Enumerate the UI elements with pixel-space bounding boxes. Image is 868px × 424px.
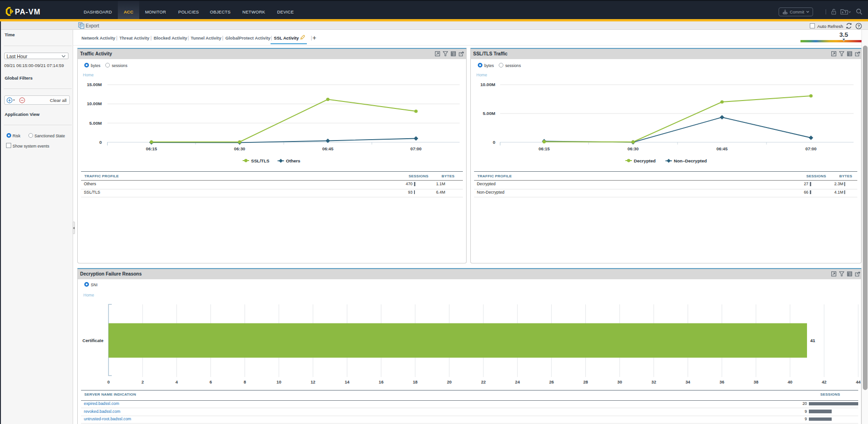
svg-text:12: 12 [311,380,315,384]
svg-text:?: ? [857,24,860,28]
svg-text:0: 0 [99,140,102,145]
svg-text:06:30: 06:30 [628,146,639,151]
svg-text:6: 6 [210,380,212,384]
svg-text:07:00: 07:00 [410,146,421,151]
svg-text:20: 20 [447,380,452,384]
svg-text:4: 4 [176,380,178,384]
svg-text:0: 0 [107,380,109,384]
svg-text:07:00: 07:00 [806,146,817,151]
svg-text:24: 24 [515,380,520,384]
svg-text:10.00M: 10.00M [480,82,495,87]
svg-text:18: 18 [413,380,417,384]
svg-text:0: 0 [493,140,495,145]
svg-text:44: 44 [856,380,861,384]
svg-text:16: 16 [379,380,383,384]
svg-text:06:15: 06:15 [146,146,157,151]
svg-text:14: 14 [345,380,350,384]
svg-text:5.00M: 5.00M [89,121,102,126]
svg-text:06:15: 06:15 [539,146,550,151]
svg-text:Certificate: Certificate [82,338,103,343]
svg-text:5.00M: 5.00M [483,111,495,116]
svg-text:28: 28 [583,380,588,384]
svg-text:10: 10 [277,380,281,384]
svg-text:06:30: 06:30 [234,146,245,151]
svg-text:15.00M: 15.00M [87,82,102,87]
svg-text:42: 42 [822,380,827,384]
svg-text:06:45: 06:45 [322,146,333,151]
svg-text:40: 40 [787,380,792,384]
svg-text:30: 30 [617,380,622,384]
svg-text:8: 8 [244,380,246,384]
svg-text:06:45: 06:45 [717,146,728,151]
svg-text:36: 36 [719,380,724,384]
svg-text:2: 2 [142,380,144,384]
svg-text:41: 41 [810,338,815,343]
svg-text:38: 38 [753,380,758,384]
svg-text:26: 26 [549,380,554,384]
svg-text:22: 22 [481,380,486,384]
svg-text:32: 32 [651,380,656,384]
svg-text:10.00M: 10.00M [87,101,102,106]
svg-text:34: 34 [685,380,691,384]
